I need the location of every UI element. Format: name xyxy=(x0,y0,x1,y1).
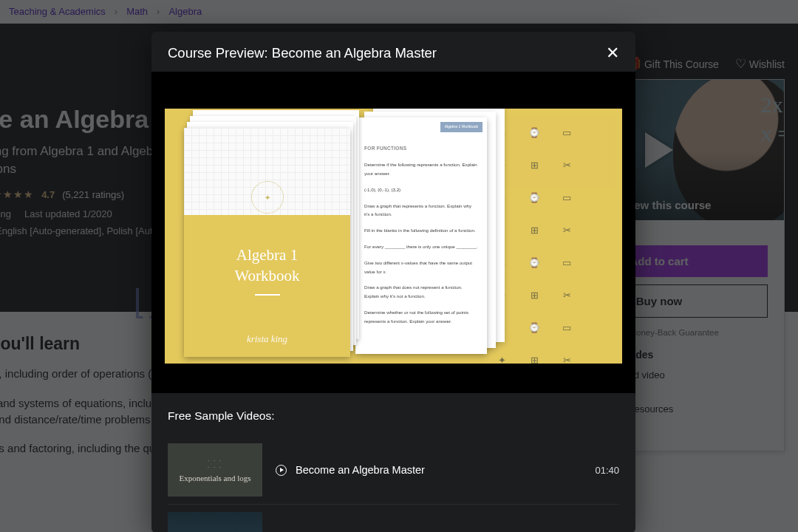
close-icon[interactable]: ✕ xyxy=(606,45,619,61)
worksheet-heading: FOR FUNCTIONS xyxy=(364,144,478,153)
sample-video-row[interactable] xyxy=(168,505,619,532)
worksheet-line: For every ________ there is only one uni… xyxy=(364,242,478,251)
workbook-author: krista king xyxy=(184,333,350,345)
decorative-icon-grid: ✎⌚▭✦⊞✂✎⌚▭✦⊞✂✎⌚▭✦⊞✂✎⌚▭✦⊞✂✎⌚▭✦ xyxy=(485,116,615,356)
sample-title: Become an Algebra Master xyxy=(296,464,425,476)
sample-videos-section: Free Sample Videos: · · ·· · · Exponenti… xyxy=(151,393,635,532)
workbook-title: Workbook xyxy=(184,265,350,286)
worksheet-line: Fill in the blanks in the following defi… xyxy=(364,226,478,235)
worksheet-line: Draw a graph that represents a function.… xyxy=(364,202,478,219)
worksheet-page-front: Algebra 1 Workbook FOR FUNCTIONS Determi… xyxy=(355,117,487,354)
video-frame: ✎⌚▭✦⊞✂✎⌚▭✦⊞✂✎⌚▭✦⊞✂✎⌚▭✦⊞✂✎⌚▭✦ Algebra 1 W… xyxy=(165,109,622,364)
worksheet-line: (-1,0), (0,-1), (3,2) xyxy=(364,185,478,194)
logo-icon: ✦ xyxy=(251,181,284,214)
worksheet-line: Give two different x-values that have th… xyxy=(364,259,478,276)
workbook-title: Algebra 1 xyxy=(184,245,350,265)
worksheet-line: Determine whether or not the following s… xyxy=(364,308,478,326)
course-preview-modal: Course Preview: Become an Algebra Master… xyxy=(151,32,635,532)
preview-video-player[interactable]: ✎⌚▭✦⊞✂✎⌚▭✦⊞✂✎⌚▭✦⊞✂✎⌚▭✦⊞✂✎⌚▭✦ Algebra 1 W… xyxy=(151,72,635,393)
video-thumbnail xyxy=(168,512,262,532)
sample-duration: 01:40 xyxy=(595,465,619,476)
modal-title: Course Preview: Become an Algebra Master xyxy=(168,45,437,61)
samples-heading: Free Sample Videos: xyxy=(168,409,619,423)
workbook-cover: ✦ Algebra 1 Workbook krista king xyxy=(184,128,350,357)
sample-video-row[interactable]: · · ·· · · Exponentials and logs Become … xyxy=(168,436,619,505)
worksheet-line: Determine if the following represents a … xyxy=(364,160,478,178)
worksheet-line: Draw a graph that does not represent a f… xyxy=(364,283,478,301)
thumbnail-label: Exponentials and logs xyxy=(179,474,250,482)
play-icon xyxy=(276,465,287,476)
video-thumbnail: · · ·· · · Exponentials and logs xyxy=(168,443,262,497)
